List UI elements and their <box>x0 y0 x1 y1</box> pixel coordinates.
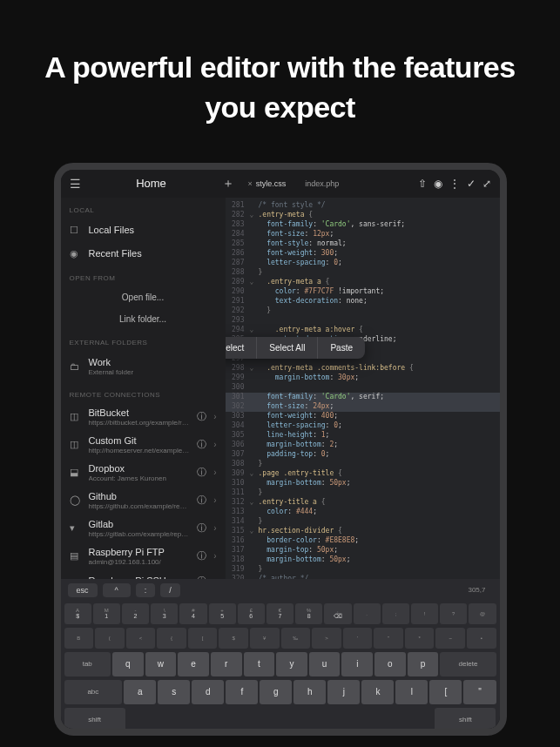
key-r[interactable]: r <box>211 652 242 676</box>
link-folder-button[interactable]: Link folder... <box>61 308 226 330</box>
fold-icon[interactable] <box>250 316 259 326</box>
fold-icon[interactable] <box>250 239 259 249</box>
key-d[interactable]: d <box>192 680 224 704</box>
key-e[interactable]: e <box>178 652 209 676</box>
code-line[interactable]: 316 border-color: #E8E8E8; <box>226 536 500 546</box>
remote-connection-gitlab[interactable]: ▾ Gitlab https://gitlab.com/example/repo… <box>61 515 226 542</box>
key-abc[interactable]: abc <box>64 680 123 704</box>
code-line[interactable]: 286 font-weight: 300; <box>226 249 500 259</box>
info-icon[interactable]: ⓘ <box>197 438 206 451</box>
fold-icon[interactable]: ⌄ <box>250 469 259 479</box>
expand-icon[interactable]: ⤢ <box>482 178 491 190</box>
remote-connection-dropbox[interactable]: ⬓ Dropbox Account: James Kuronen ⓘ › <box>61 459 226 487</box>
key-sym[interactable]: [ <box>188 628 218 649</box>
key-g[interactable]: g <box>260 680 292 704</box>
remote-connection-raspberry-pi-ssh[interactable]: Raspberry Pi SSH ⓘ › <box>61 570 226 579</box>
key-s[interactable]: s <box>158 680 190 704</box>
fold-icon[interactable]: ⌄ <box>250 326 259 335</box>
key-k[interactable]: k <box>361 680 394 704</box>
fold-icon[interactable] <box>250 268 259 278</box>
key-shift-left[interactable]: shift <box>64 708 125 732</box>
code-line[interactable]: 299 margin-bottom: 30px; <box>226 374 500 383</box>
fold-icon[interactable] <box>250 508 259 517</box>
key-sym[interactable]: • <box>467 628 496 649</box>
key-sym[interactable]: %8 <box>295 603 322 624</box>
remote-connection-custom-git[interactable]: ◫ Custom Git http://homeserver.net/examp… <box>61 431 226 459</box>
key-sym[interactable]: ? <box>440 603 467 624</box>
info-icon[interactable]: ⓘ <box>197 494 206 507</box>
code-line[interactable]: 305 line-height: 1; <box>226 431 500 441</box>
fold-icon[interactable]: ⌄ <box>250 364 259 374</box>
context-paste[interactable]: Paste <box>318 337 365 359</box>
check-icon[interactable]: ✓ <box>467 178 476 190</box>
info-icon[interactable]: ⓘ <box>197 466 206 479</box>
key-a[interactable]: a <box>124 680 156 704</box>
fold-icon[interactable] <box>250 374 259 383</box>
tab-stylecss[interactable]: × style.css <box>243 178 292 190</box>
info-icon[interactable]: ⓘ <box>197 522 206 535</box>
context-select[interactable]: Select <box>226 337 258 359</box>
key-quote[interactable]: " <box>463 680 496 704</box>
close-icon[interactable]: × <box>248 179 253 188</box>
key-sym[interactable]: $ <box>219 628 248 649</box>
code-line[interactable]: 289⌄ .entry-meta a { <box>226 278 500 287</box>
key-shift-right[interactable]: shift <box>435 708 496 732</box>
fold-icon[interactable]: ⌄ <box>250 527 259 536</box>
key-i[interactable]: i <box>341 652 373 676</box>
fold-icon[interactable] <box>250 306 259 316</box>
code-line[interactable]: 283 font-family: 'Cardo', sans-serif; <box>226 220 500 230</box>
fold-icon[interactable] <box>250 287 259 297</box>
key-colon[interactable]: : <box>136 583 156 597</box>
key-sym[interactable]: . <box>354 603 381 624</box>
code-line[interactable]: 298⌄ .entry-meta .comments-link:before { <box>226 364 500 374</box>
code-line[interactable]: 290 color: #7F7C7F !important; <box>226 287 500 297</box>
key-sym[interactable]: ( <box>95 628 125 649</box>
fold-icon[interactable] <box>250 536 259 546</box>
code-line[interactable]: 320/* author */ <box>226 575 500 579</box>
code-line[interactable]: 312⌄.entry-title a { <box>226 498 500 508</box>
code-editor[interactable]: 281/* font style */282⌄.entry-meta {283 … <box>226 198 500 579</box>
open-file-button[interactable]: Open file... <box>61 286 226 308</box>
fold-icon[interactable] <box>250 441 259 450</box>
key-q[interactable]: q <box>112 652 144 676</box>
key-sym[interactable]: < <box>126 628 156 649</box>
fold-icon[interactable] <box>250 297 259 306</box>
key-sym[interactable]: ,⌫ <box>324 603 351 624</box>
key-sym[interactable]: #4 <box>179 603 206 624</box>
info-icon[interactable]: ⓘ <box>197 575 206 579</box>
fold-icon[interactable] <box>250 546 259 555</box>
code-line[interactable]: 292 } <box>226 306 500 316</box>
code-line[interactable]: 294⌄ .entry-meta a:hover { <box>226 326 500 335</box>
key-sym[interactable]: M1 <box>93 603 120 624</box>
code-line[interactable]: 307 padding-top: 0; <box>226 450 500 460</box>
eye-icon[interactable]: ◉ <box>434 178 442 190</box>
fold-icon[interactable] <box>250 555 259 565</box>
external-folder-work[interactable]: 🗀 Work External folder <box>61 351 226 382</box>
fold-icon[interactable] <box>250 517 259 527</box>
fold-icon[interactable] <box>250 230 259 239</box>
key-sym[interactable]: -2 <box>122 603 149 624</box>
key-bracket[interactable]: [ <box>429 680 462 704</box>
key-t[interactable]: t <box>244 652 275 676</box>
key-sym[interactable]: ; <box>382 603 409 624</box>
fold-icon[interactable] <box>250 460 259 469</box>
dots-icon[interactable]: ⋮ <box>449 178 460 190</box>
fold-icon[interactable] <box>250 249 259 259</box>
fold-icon[interactable] <box>250 201 259 211</box>
code-line[interactable]: 318 margin-bottom: 50px; <box>226 555 500 565</box>
fold-icon[interactable] <box>250 575 259 579</box>
fold-icon[interactable] <box>250 220 259 230</box>
code-line[interactable]: 315⌄hr.section-divider { <box>226 527 500 536</box>
fold-icon[interactable]: ⌄ <box>250 211 259 220</box>
key-sym[interactable]: * <box>405 628 435 649</box>
key-esc[interactable]: esc <box>68 583 98 597</box>
code-line[interactable]: 319} <box>226 565 500 575</box>
key-sym[interactable]: ‰ <box>281 628 311 649</box>
key-slash[interactable]: / <box>160 583 180 597</box>
key-sym[interactable]: \3 <box>151 603 178 624</box>
key-sym[interactable]: B <box>64 628 94 649</box>
code-line[interactable]: 288} <box>226 268 500 278</box>
code-line[interactable]: 287 letter-spacing: 0; <box>226 259 500 268</box>
key-delete[interactable]: delete <box>440 652 496 676</box>
key-h[interactable]: h <box>293 680 326 704</box>
